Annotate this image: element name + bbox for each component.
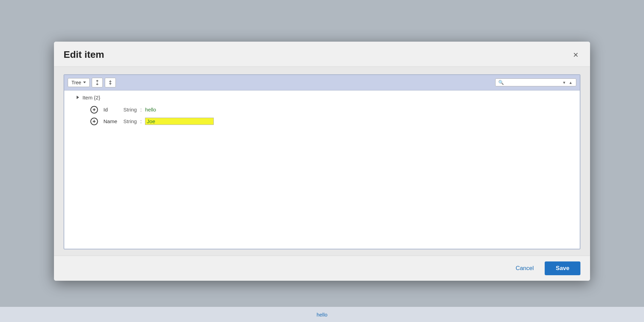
tree-row: + Id String : hello: [70, 104, 574, 116]
modal-header: Edit item ×: [54, 42, 590, 67]
search-input[interactable]: [505, 80, 560, 85]
add-id-button[interactable]: +: [90, 106, 98, 114]
field-type-id: String: [123, 107, 137, 112]
bottom-value: hello: [317, 312, 327, 318]
tree-view-label: Tree: [71, 80, 81, 85]
save-button[interactable]: Save: [545, 261, 580, 275]
modal-footer: Cancel Save: [54, 256, 590, 281]
field-colon-id: :: [140, 107, 142, 112]
search-box: 🔍 ▼ ▲: [495, 78, 576, 86]
search-icon: 🔍: [498, 80, 504, 85]
caret-icon[interactable]: [77, 96, 79, 99]
close-button[interactable]: ×: [571, 50, 580, 60]
field-key-name: Name: [103, 118, 121, 124]
collapse-all-button[interactable]: [105, 78, 116, 87]
tree-view-dropdown[interactable]: Tree: [68, 78, 90, 87]
tree-content: Item {2} + Id String : hello + Name: [64, 90, 580, 249]
tree-toolbar: Tree: [64, 75, 580, 90]
field-value-id: hello: [145, 107, 156, 112]
search-next-button[interactable]: ▲: [568, 80, 573, 85]
tree-row: + Name String :: [70, 116, 574, 127]
edit-item-modal: Edit item × Tree: [54, 42, 590, 281]
expand-all-button[interactable]: [92, 78, 103, 87]
tree-root-node: Item {2}: [70, 95, 574, 100]
add-name-button[interactable]: +: [90, 118, 98, 125]
modal-overlay: Edit item × Tree: [0, 0, 644, 322]
field-colon-name: :: [140, 118, 142, 124]
tree-root-label: Item {2}: [82, 95, 100, 100]
tree-panel: Tree: [64, 74, 580, 249]
chevron-down-icon: [83, 82, 86, 83]
field-key-id: Id: [103, 107, 121, 112]
bottom-bar: hello: [0, 307, 644, 322]
search-prev-button[interactable]: ▼: [562, 80, 567, 85]
field-value-name-input[interactable]: [145, 118, 214, 125]
field-type-name: String: [123, 118, 137, 124]
modal-title: Edit item: [64, 49, 104, 60]
expand-icon: [95, 80, 100, 85]
collapse-icon: [108, 80, 113, 85]
modal-body: Tree: [54, 67, 590, 256]
cancel-button[interactable]: Cancel: [510, 262, 539, 275]
